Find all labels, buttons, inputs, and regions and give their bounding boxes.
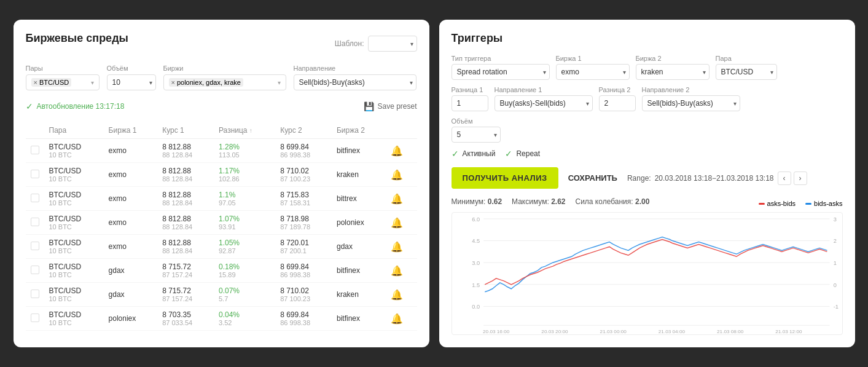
diff-percent: 0.18% — [219, 262, 270, 271]
shablom-row: Шаблон: — [335, 36, 417, 52]
bell-icon[interactable]: 🔔 — [391, 218, 403, 228]
svg-text:21.03 12:00: 21.03 12:00 — [775, 329, 802, 334]
save-button[interactable]: СОХРАНИТЬ — [566, 167, 620, 189]
bell-icon[interactable]: 🔔 — [391, 146, 403, 156]
svg-text:1: 1 — [833, 260, 836, 266]
row-exchange2-cell: gdax — [332, 235, 386, 259]
row-checkbox[interactable] — [31, 218, 39, 226]
col-exchange2: Биржа 2 — [332, 122, 386, 139]
exchange2-select[interactable]: kraken — [636, 64, 710, 80]
price1-cell: 8 812.88 88 128.84 — [162, 167, 209, 183]
diff-percent: 1.05% — [219, 239, 270, 247]
diff-percent: 1.07% — [219, 215, 270, 223]
price2-cell: 8 718.98 87 189.78 — [280, 215, 327, 231]
repeat-label: Repeat — [516, 149, 540, 158]
col-diff[interactable]: Разница ↑ — [214, 122, 275, 139]
price2-sub: 87 189.78 — [280, 223, 327, 231]
row-price1-cell: 8 812.88 88 128.84 — [157, 139, 214, 163]
pair-group: Пара BTC/USD — [716, 55, 777, 80]
row-checkbox[interactable] — [31, 314, 39, 322]
row-price2-cell: 8 699.84 86 998.38 — [275, 307, 332, 331]
status-text: Автообновление 13:17:18 — [37, 102, 125, 111]
range-nav: ‹ › — [778, 172, 807, 185]
diff-sub: 92.87 — [219, 247, 270, 255]
diff-cell: 0.04% 3.52 — [219, 310, 270, 326]
pairs-tag-close[interactable]: × — [34, 79, 37, 86]
row-pair-cell: BTC/USD 10 BTC — [44, 163, 104, 187]
price2-main: 8 699.84 — [280, 310, 327, 319]
row-checkbox[interactable] — [31, 170, 39, 178]
price1-main: 8 715.72 — [162, 286, 209, 295]
shablom-select[interactable] — [368, 36, 417, 52]
row-checkbox[interactable] — [31, 146, 39, 154]
exchanges-filter-group: Биржи × poloniex, gdax, krake ▾ — [163, 65, 286, 90]
status-bar: ✓ Автообновление 13:17:18 💾 Save preset — [26, 98, 417, 115]
left-panel: Биржевые спреды Шаблон: Пары × BTC/USD — [14, 20, 429, 347]
direction1-select[interactable]: Buy(asks)-Sell(bids) — [495, 95, 593, 111]
row-bell-cell: 🔔 — [386, 187, 417, 211]
chart-header: Минимум: 0.62 Максимум: 2.62 Сила колеба… — [452, 197, 843, 210]
bell-icon[interactable]: 🔔 — [391, 242, 403, 252]
diff-sub: 93.91 — [219, 223, 270, 231]
bell-icon[interactable]: 🔔 — [391, 314, 403, 324]
row-checkbox[interactable] — [31, 290, 39, 298]
row-bell-cell: 🔔 — [386, 163, 417, 187]
row-checkbox[interactable] — [31, 266, 39, 274]
volume-select[interactable]: 10 — [107, 74, 156, 90]
trigger-type-group: Тип триггера Spread rotation — [452, 55, 550, 80]
bell-icon[interactable]: 🔔 — [391, 194, 403, 204]
row-diff-cell: 1.1% 97.05 — [214, 187, 275, 211]
save-preset-button[interactable]: 💾 Save preset — [364, 101, 416, 111]
trigger-type-wrapper: Spread rotation — [452, 64, 550, 80]
svg-text:2: 2 — [833, 239, 836, 245]
pairs-dropdown-icon: ▾ — [91, 79, 94, 86]
direction-select[interactable]: Sell(bids)-Buy(asks) — [294, 74, 416, 90]
exchange1-select[interactable]: exmo — [556, 64, 630, 80]
range-prev-button[interactable]: ‹ — [778, 172, 791, 185]
exchanges-tag-select[interactable]: × poloniex, gdax, krake ▾ — [163, 74, 286, 90]
diff-percent: 0.04% — [219, 310, 270, 319]
direction2-select[interactable]: Sell(bids)-Buy(asks) — [642, 95, 740, 111]
diff2-input[interactable] — [599, 95, 636, 111]
col-price1: Курс 1 — [157, 122, 214, 139]
row-checkbox-cell — [26, 211, 44, 235]
row-bell-cell: 🔔 — [386, 211, 417, 235]
range-next-button[interactable]: › — [794, 172, 807, 185]
exchange2-group: Биржа 2 kraken — [636, 55, 710, 80]
price2-sub: 86 998.38 — [280, 319, 327, 326]
row-price2-cell: 8 718.98 87 189.78 — [275, 211, 332, 235]
row-checkbox-cell — [26, 139, 44, 163]
row-diff-cell: 1.05% 92.87 — [214, 235, 275, 259]
exchange2-wrapper: kraken — [636, 64, 710, 80]
pair-select[interactable]: BTC/USD — [716, 64, 777, 80]
bell-icon[interactable]: 🔔 — [391, 290, 403, 300]
volume-r-select[interactable]: 5 — [452, 127, 501, 143]
exchanges-tag-close[interactable]: × — [171, 79, 175, 86]
pairs-tag-select[interactable]: × BTC/USD ▾ — [26, 74, 100, 90]
get-analysis-button[interactable]: ПОЛУЧИТЬ АНАЛИЗ — [452, 167, 558, 189]
row-diff-cell: 0.04% 3.52 — [214, 307, 275, 331]
status-checkmark-icon: ✓ — [26, 101, 33, 111]
row-checkbox[interactable] — [31, 242, 39, 250]
price2-cell: 8 720.01 87 200.1 — [280, 239, 327, 255]
row-bell-cell: 🔔 — [386, 139, 417, 163]
pair-cell: BTC/USD 10 BTC — [49, 262, 99, 278]
price1-sub: 88 128.84 — [162, 223, 209, 231]
svg-text:20.03 16:00: 20.03 16:00 — [483, 329, 510, 334]
pair-cell: BTC/USD 10 BTC — [49, 143, 99, 159]
chart-svg: 6.0 4.5 3.0 1.5 0.0 3 2 1 0 -1 20.03 16:… — [452, 213, 842, 334]
pair-name: BTC/USD — [49, 239, 99, 247]
price1-main: 8 812.88 — [162, 143, 209, 151]
pair-sub: 10 BTC — [49, 319, 99, 326]
volume-label: Объём — [107, 65, 156, 72]
range-label: Range: — [627, 174, 651, 183]
row-checkbox[interactable] — [31, 194, 39, 202]
row-price1-cell: 8 812.88 88 128.84 — [157, 235, 214, 259]
diff1-input[interactable] — [452, 95, 488, 111]
bell-icon[interactable]: 🔔 — [391, 266, 403, 276]
bell-icon[interactable]: 🔔 — [391, 170, 403, 180]
trigger-type-select[interactable]: Spread rotation — [452, 64, 550, 80]
row-bell-cell: 🔔 — [386, 259, 417, 283]
price1-cell: 8 715.72 87 157.24 — [162, 286, 209, 302]
diff-sub: 5.7 — [219, 295, 270, 302]
